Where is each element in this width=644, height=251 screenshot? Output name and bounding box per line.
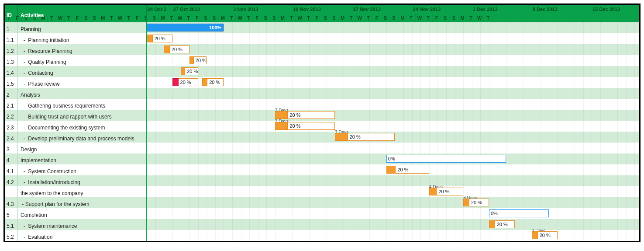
- week-label: 3 Nov 2013: [232, 5, 292, 14]
- day-letter: T: [467, 14, 475, 22]
- day-letter: M: [458, 14, 467, 22]
- row-id: 5: [5, 208, 18, 219]
- day-letter: F: [313, 14, 322, 22]
- bar-label: 0%: [388, 156, 395, 161]
- row-id: 2.2: [5, 110, 18, 121]
- gantt-bar[interactable]: 20 %: [275, 122, 335, 130]
- bar-label: 20 %: [174, 80, 191, 85]
- row-activity: Implementation: [18, 153, 147, 164]
- gantt-row: 1.5 - Phase review20 %20 %: [5, 77, 639, 88]
- week-label: 17 Nov 2013: [352, 5, 412, 14]
- gantt-row: 4Implementation0%: [5, 153, 639, 164]
- gantt-row: 1.4 - Contacting20 %: [5, 66, 639, 77]
- row-activity: Design: [18, 143, 147, 153]
- day-letter: M: [399, 14, 407, 22]
- gantt-bar[interactable]: 20 %: [202, 78, 224, 86]
- gantt-row: 1.1 - Planning initiation20 %: [5, 33, 639, 44]
- gantt-bar[interactable]: 20 %: [386, 166, 429, 174]
- day-letter: W: [475, 14, 484, 22]
- day-letter: S: [270, 14, 279, 22]
- row-activity: - Resource Planning: [18, 44, 147, 55]
- row-id: 1.1: [5, 33, 18, 44]
- day-letter: T: [167, 14, 176, 22]
- day-letter: M: [159, 14, 168, 22]
- row-timeline: 100%: [147, 22, 639, 33]
- gantt-bar[interactable]: 20 %: [164, 45, 189, 53]
- row-activity: the system to the company: [18, 186, 147, 197]
- bar-label: 100%: [209, 25, 221, 30]
- row-activity: - System Construction: [18, 164, 147, 175]
- gantt-bar[interactable]: 20 %: [429, 188, 463, 195]
- gantt-row: 5.2 - Evaluation3 Days20 %: [5, 230, 639, 241]
- day-letter: T: [364, 14, 373, 22]
- day-letter: T: [227, 14, 236, 22]
- row-activity: - Quality Planning: [18, 55, 147, 66]
- day-letter: S: [381, 14, 390, 22]
- day-letter: M: [279, 14, 287, 22]
- gantt-bar[interactable]: 20 %: [463, 199, 489, 206]
- gantt-bar[interactable]: 0%: [386, 155, 506, 163]
- day-letter: S: [441, 14, 450, 22]
- row-timeline: 20 %20 %: [147, 77, 639, 88]
- gantt-bar[interactable]: 20 %: [532, 231, 558, 239]
- row-id: 2.4: [5, 132, 18, 143]
- timeline-week-labels: 24 Oct 227 Oct 20133 Nov 201310 Nov 2013…: [147, 5, 639, 14]
- row-timeline: [147, 175, 639, 186]
- row-id: 4.3: [5, 197, 18, 208]
- row-timeline: 3 Days20 %: [147, 230, 639, 241]
- row-activity: - Building trust and rapport with users: [18, 110, 147, 121]
- day-letter: T: [185, 14, 193, 22]
- week-label: 1 Dec 2013: [472, 5, 532, 14]
- gantt-row: 2.2 - Building trust and rapport with us…: [5, 110, 639, 121]
- gantt-row: 2Analysis: [5, 88, 639, 99]
- day-letter: F: [193, 14, 202, 22]
- row-timeline: 20 %: [147, 33, 639, 44]
- day-letter: S: [150, 14, 159, 22]
- gantt-bar[interactable]: 20 %: [335, 133, 395, 141]
- gantt-row: 2.4 - Develop preliminary data and proce…: [5, 132, 639, 143]
- week-label: 24 Nov 2013: [412, 5, 472, 14]
- day-letter: F: [253, 14, 262, 22]
- bar-label: 20 %: [465, 200, 482, 205]
- day-letter: S: [330, 14, 339, 22]
- row-activity: Analysis: [18, 88, 147, 99]
- gantt-bar[interactable]: 20 %: [181, 67, 198, 75]
- row-timeline: 7 Days20 %: [147, 132, 639, 143]
- day-letter: S: [262, 14, 270, 22]
- day-letter: W: [296, 14, 304, 22]
- day-letter: S: [450, 14, 458, 22]
- row-activity: - Support plan for the system: [18, 197, 147, 208]
- week-label: 24 Oct 2: [147, 5, 172, 14]
- gantt-chart: ID Activities 24 Oct 227 Oct 20133 Nov 2…: [3, 3, 641, 242]
- gantt-bar[interactable]: 20 %: [489, 220, 515, 228]
- bar-label: 20 %: [148, 36, 165, 41]
- row-timeline: 0%: [147, 208, 639, 219]
- gantt-row: the system to the company4 Days20 %: [5, 186, 639, 197]
- gantt-row: 4.3 - Support plan for the system3 Days2…: [5, 197, 639, 208]
- day-letter: T: [424, 14, 433, 22]
- row-timeline: 20 %: [147, 219, 639, 230]
- gantt-bar[interactable]: 20 %: [147, 35, 172, 42]
- bar-label: 20 %: [388, 167, 409, 172]
- day-letter: S: [202, 14, 210, 22]
- gantt-bar[interactable]: 20 %: [189, 56, 207, 64]
- day-letter: M: [219, 14, 227, 22]
- header-row-top: ID Activities 24 Oct 227 Oct 20133 Nov 2…: [5, 5, 639, 14]
- row-id: 4.1: [5, 164, 18, 175]
- gantt-bar[interactable]: 0%: [489, 209, 549, 217]
- gantt-row: 4.2 - Installation/introducing: [5, 175, 639, 186]
- row-timeline: 7 Days20 %: [147, 110, 639, 121]
- day-letter: F: [433, 14, 441, 22]
- gantt-bar[interactable]: 100%: [147, 24, 224, 31]
- gantt-bar[interactable]: 20 %: [172, 78, 198, 86]
- day-letter: T: [287, 14, 296, 22]
- row-id: 4: [5, 153, 18, 164]
- row-id: 2.1: [5, 99, 18, 110]
- row-activity: - Planning initiation: [18, 33, 147, 44]
- day-letter: T: [347, 14, 356, 22]
- week-label: 10 Nov 2013: [292, 5, 352, 14]
- bar-label: 20 %: [534, 233, 551, 238]
- day-letter: S: [321, 14, 330, 22]
- row-activity: Completion: [18, 208, 147, 219]
- week-label: 8 Dec 2013: [532, 5, 592, 14]
